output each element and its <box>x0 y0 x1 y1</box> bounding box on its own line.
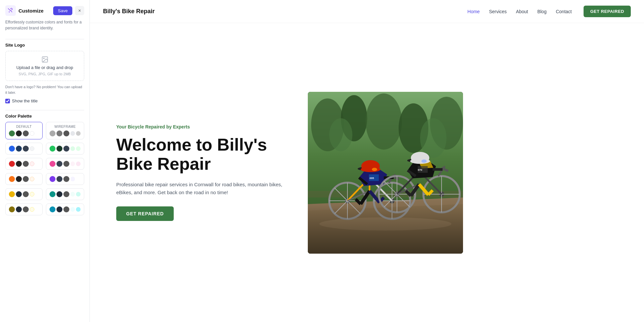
swatch <box>16 146 22 152</box>
upload-label: Upload a file or drag and drop <box>16 65 73 70</box>
palette-cyan[interactable] <box>46 203 84 215</box>
palette-teal-swatches <box>50 191 81 197</box>
swatch <box>9 176 15 182</box>
swatch <box>30 207 34 212</box>
swatch <box>23 191 29 197</box>
hero-title: Welcome to Billy's Bike Repair <box>116 135 288 173</box>
swatch <box>30 131 34 136</box>
swatch <box>50 206 55 212</box>
sidebar-description: Effortlessly customize colors and fonts … <box>5 19 84 31</box>
swatch <box>63 146 69 152</box>
divider-2 <box>5 110 84 110</box>
nav-links: Home Services About Blog Contact <box>467 9 572 14</box>
palette-wireframe[interactable]: WIREFRAME <box>46 122 84 139</box>
nav-link-about[interactable]: About <box>516 9 528 14</box>
navbar: Billy's Bike Repair Home Services About … <box>90 0 644 23</box>
swatch <box>9 161 15 167</box>
swatch <box>56 146 62 152</box>
swatch <box>56 191 62 197</box>
palette-green2-swatches <box>50 146 81 152</box>
swatch <box>70 131 75 136</box>
palette-olive[interactable] <box>5 203 43 215</box>
palette-blue[interactable] <box>5 143 43 155</box>
palette-red-swatches <box>9 161 39 167</box>
palette-orange-swatches <box>9 176 39 182</box>
color-palette-grid: DEFAULT WIREFRAME <box>5 122 84 215</box>
swatch <box>9 191 15 197</box>
image-upload-icon <box>41 56 49 63</box>
swatch <box>63 130 69 136</box>
swatch <box>16 191 22 197</box>
nav-link-services[interactable]: Services <box>489 9 507 14</box>
swatch <box>23 130 29 136</box>
palette-purple[interactable] <box>46 173 84 185</box>
palette-cyan-swatches <box>50 206 81 212</box>
palette-red[interactable] <box>5 158 43 170</box>
swatch <box>9 146 15 152</box>
swatch <box>70 207 75 212</box>
palette-pink[interactable] <box>46 158 84 170</box>
swatch <box>76 192 81 197</box>
paint-icon <box>8 8 14 14</box>
hero-eyebrow: Your Bicycle Repaired by Experts <box>116 124 288 129</box>
nav-cta-button[interactable]: GET REPAIRED <box>584 6 631 17</box>
swatch <box>70 146 75 151</box>
palette-default[interactable]: DEFAULT <box>5 122 43 139</box>
nav-logo: Billy's Bike Repair <box>103 8 155 15</box>
swatch <box>16 206 22 212</box>
hero-image: 095 <box>308 92 463 254</box>
swatch <box>23 206 29 212</box>
swatch <box>63 206 69 212</box>
swatch <box>16 176 22 182</box>
swatch <box>50 146 55 152</box>
swatch <box>16 161 22 167</box>
sidebar-title: Customize <box>18 8 51 14</box>
site-logo-section: Site Logo Upload a file or drag and drop… <box>5 43 84 107</box>
palette-teal[interactable] <box>46 188 84 200</box>
svg-point-1 <box>43 58 44 59</box>
swatch <box>30 192 34 197</box>
nav-link-blog[interactable]: Blog <box>537 9 547 14</box>
nav-link-home[interactable]: Home <box>467 9 480 14</box>
palette-yellow[interactable] <box>5 188 43 200</box>
swatch <box>56 176 62 182</box>
swatch <box>23 161 29 167</box>
upload-area[interactable]: Upload a file or drag and drop SVG, PNG,… <box>5 51 84 81</box>
save-button[interactable]: Save <box>53 6 72 15</box>
swatch <box>76 131 81 136</box>
color-palette-label: Color Palette <box>5 114 84 119</box>
swatch <box>50 176 55 182</box>
no-logo-text: Don't have a logo? No problem! You can u… <box>5 84 84 95</box>
hero-cyclists-image: 095 <box>308 92 463 254</box>
swatch <box>63 161 69 167</box>
svg-rect-75 <box>308 92 463 254</box>
sidebar-header: Customize Save × <box>5 5 84 16</box>
swatch <box>50 130 55 136</box>
palette-default-label: DEFAULT <box>9 125 39 128</box>
swatch <box>30 177 34 181</box>
show-title-row: Show the title <box>5 98 84 103</box>
upload-hint: SVG, PNG, JPG, GIF up to 2MB <box>18 72 71 76</box>
nav-link-contact[interactable]: Contact <box>556 9 572 14</box>
palette-wireframe-label: WIREFRAME <box>50 125 81 128</box>
divider-1 <box>5 39 84 39</box>
swatch <box>9 130 15 136</box>
swatch <box>23 176 29 182</box>
show-title-label[interactable]: Show the title <box>12 98 38 103</box>
main-content: Billy's Bike Repair Home Services About … <box>90 0 644 322</box>
swatch <box>9 206 15 212</box>
hero-cta-button[interactable]: GET REPAIRED <box>116 206 174 221</box>
swatch <box>70 192 75 197</box>
palette-yellow-swatches <box>9 191 39 197</box>
palette-blue-swatches <box>9 146 39 152</box>
hero-description: Professional bike repair services in Cor… <box>116 181 288 197</box>
swatch <box>56 130 62 136</box>
swatch <box>23 146 29 152</box>
palette-default-swatches <box>9 130 39 136</box>
close-button[interactable]: × <box>75 6 84 15</box>
show-title-checkbox[interactable] <box>5 99 10 103</box>
palette-green2[interactable] <box>46 143 84 155</box>
swatch <box>70 177 75 181</box>
palette-orange[interactable] <box>5 173 43 185</box>
customize-icon-wrap <box>5 5 16 16</box>
